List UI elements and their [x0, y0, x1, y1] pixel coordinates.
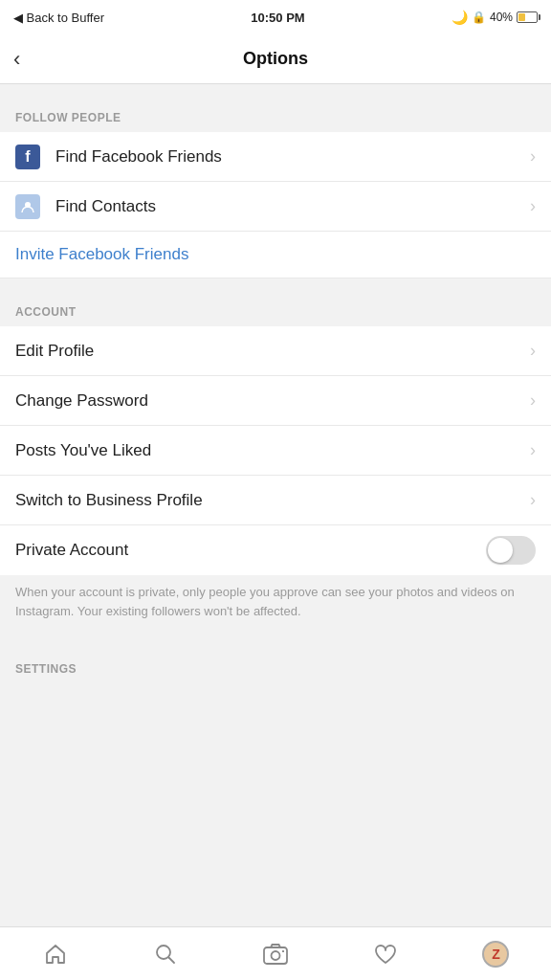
change-password-row[interactable]: Change Password ›: [0, 376, 551, 426]
bottom-nav: Z: [0, 926, 551, 980]
battery-fill: [518, 13, 525, 21]
toggle-thumb: [488, 538, 513, 563]
private-account-row[interactable]: Private Account: [0, 525, 551, 575]
battery-percent: 40%: [490, 11, 513, 24]
follow-people-section: FOLLOW PEOPLE f Find Facebook Friends › …: [0, 105, 551, 278]
account-section: ACCOUNT Edit Profile › Change Password ›…: [0, 300, 551, 635]
settings-section: SETTINGS: [0, 657, 551, 683]
switch-business-label: Switch to Business Profile: [15, 491, 530, 510]
heart-icon: [373, 942, 398, 967]
account-body: Edit Profile › Change Password › Posts Y…: [0, 326, 551, 575]
switch-business-row[interactable]: Switch to Business Profile ›: [0, 476, 551, 525]
invite-row[interactable]: Invite Facebook Friends: [0, 232, 551, 278]
follow-people-heading: FOLLOW PEOPLE: [0, 105, 551, 132]
edit-profile-label: Edit Profile: [15, 342, 530, 361]
nav-camera[interactable]: [220, 927, 330, 980]
find-facebook-friends-label: Find Facebook Friends: [55, 147, 530, 167]
chevron-posts-liked: ›: [530, 440, 536, 460]
follow-people-body: f Find Facebook Friends › Find Contacts …: [0, 132, 551, 278]
facebook-icon: f: [15, 145, 40, 169]
contact-icon: [15, 194, 40, 219]
status-bar: ◀ Back to Buffer 10:50 PM 🌙 🔒 40%: [0, 0, 551, 34]
settings-heading: SETTINGS: [0, 657, 551, 683]
camera-icon: [262, 942, 289, 967]
private-account-label: Private Account: [15, 541, 486, 560]
find-contacts-label: Find Contacts: [55, 197, 530, 216]
chevron-right-icon-contacts: ›: [530, 196, 536, 216]
chevron-edit-profile: ›: [530, 341, 536, 361]
chevron-switch-business: ›: [530, 490, 536, 510]
chevron-change-password: ›: [530, 390, 536, 411]
facebook-icon-wrap: f: [15, 145, 46, 169]
find-contacts-row[interactable]: Find Contacts ›: [0, 182, 551, 232]
status-time: 10:50 PM: [251, 11, 304, 25]
nav-search[interactable]: [110, 927, 220, 980]
change-password-label: Change Password: [15, 391, 530, 411]
back-button[interactable]: ‹: [13, 49, 20, 70]
svg-line-2: [168, 957, 174, 963]
find-facebook-friends-row[interactable]: f Find Facebook Friends ›: [0, 132, 551, 182]
nav-heart[interactable]: [331, 927, 441, 980]
page-title: Options: [243, 49, 308, 69]
battery-icon: [517, 11, 538, 23]
svg-rect-5: [282, 950, 284, 952]
nav-home[interactable]: [0, 927, 110, 980]
account-heading: ACCOUNT: [0, 300, 551, 326]
posts-liked-label: Posts You've Liked: [15, 441, 530, 460]
header: ‹ Options: [0, 34, 551, 84]
home-icon: [43, 942, 68, 967]
status-back-label: ◀ Back to Buffer: [13, 11, 104, 25]
status-right: 🌙 🔒 40%: [452, 10, 538, 25]
profile-initial: Z: [492, 947, 500, 962]
private-account-toggle[interactable]: [486, 536, 536, 565]
edit-profile-row[interactable]: Edit Profile ›: [0, 326, 551, 376]
posts-liked-row[interactable]: Posts You've Liked ›: [0, 426, 551, 476]
lock-icon: 🔒: [472, 11, 486, 24]
chevron-right-icon: ›: [530, 146, 536, 167]
private-account-description: When your account is private, only peopl…: [0, 575, 551, 635]
battery-tip: [539, 14, 541, 20]
svg-rect-3: [264, 947, 287, 964]
contact-icon-wrap: [15, 194, 46, 219]
nav-profile[interactable]: Z: [441, 927, 551, 980]
profile-avatar: Z: [482, 941, 509, 968]
search-icon: [153, 942, 178, 967]
svg-point-4: [272, 951, 280, 960]
moon-icon: 🌙: [452, 10, 468, 25]
invite-facebook-friends-link[interactable]: Invite Facebook Friends: [15, 245, 188, 263]
